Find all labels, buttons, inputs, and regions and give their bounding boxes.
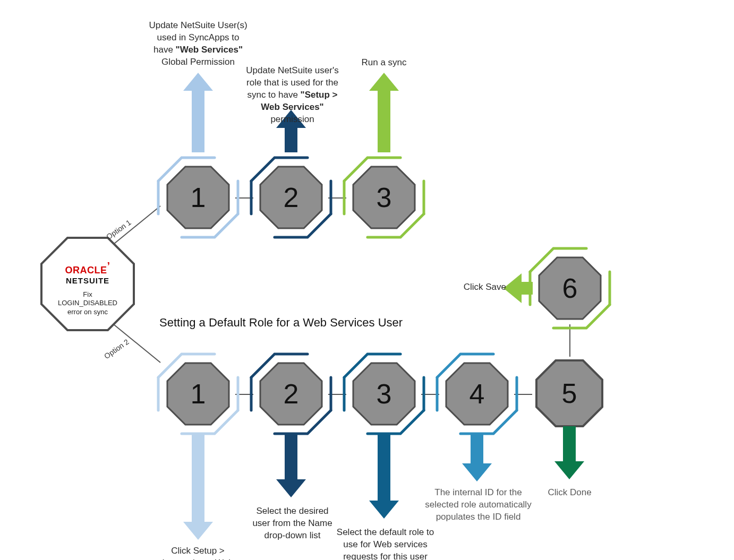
start-connectors xyxy=(0,0,734,560)
svg-text:3: 3 xyxy=(377,182,392,213)
arrow-down-icon xyxy=(368,434,400,521)
opt1-step-3: 3 xyxy=(344,158,424,237)
opt2-step-1: 1 xyxy=(158,354,238,434)
svg-line-1 xyxy=(114,206,160,244)
svg-text:2: 2 xyxy=(284,378,299,409)
svg-text:5: 5 xyxy=(562,378,577,409)
opt2-step-1-caption: Click Setup > Integration > Web Services… xyxy=(149,545,247,560)
opt1-step-1-caption: Update NetSuite User(s) used in SyncApps… xyxy=(148,20,249,68)
arrow-down-icon xyxy=(182,434,214,542)
opt2-step-4: 4 xyxy=(437,354,517,434)
svg-marker-29 xyxy=(503,273,533,303)
opt2-step-2: 2 xyxy=(251,354,331,434)
svg-line-2 xyxy=(114,325,160,363)
opt2-step-5-caption: Click Done xyxy=(531,487,608,499)
svg-marker-26 xyxy=(369,434,399,519)
opt1-step-2: 2 xyxy=(251,158,331,237)
opt1-step-2-caption: Update NetSuite user's role that is used… xyxy=(238,65,347,126)
svg-text:3: 3 xyxy=(377,378,392,409)
opt2-step-6: 6 xyxy=(530,248,610,328)
opt2-step-5: 5 xyxy=(536,360,602,426)
arrow-down-icon xyxy=(461,434,493,484)
opt2-step-3: 3 xyxy=(344,354,424,434)
svg-text:4: 4 xyxy=(470,378,485,409)
opt2-step-4-caption: The internal ID for the selected role au… xyxy=(424,487,533,523)
arrow-up-icon xyxy=(368,73,400,154)
svg-text:2: 2 xyxy=(284,182,299,213)
arrow-left-icon xyxy=(503,272,533,306)
opt1-step-3-caption: Run a sync xyxy=(349,57,419,69)
section-title: Setting a Default Role for a Web Service… xyxy=(159,316,403,330)
arrow-up-icon xyxy=(182,73,214,154)
svg-marker-9 xyxy=(183,73,213,152)
svg-marker-25 xyxy=(276,434,306,497)
diagram-canvas: ORACLE’ NETSUITE Fix LOGIN_DISABLED erro… xyxy=(0,0,734,560)
svg-marker-27 xyxy=(462,434,492,481)
opt2-step-3-caption: Select the default role to use for Web s… xyxy=(334,527,437,560)
opt1-step-1: 1 xyxy=(158,158,238,237)
opt2-step-6-caption: Click Save xyxy=(458,281,506,294)
svg-marker-28 xyxy=(554,426,584,479)
arrow-down-icon xyxy=(553,426,585,481)
svg-marker-11 xyxy=(369,73,399,152)
opt2-step-2-caption: Select the desired user from the Name dr… xyxy=(249,505,336,542)
svg-marker-24 xyxy=(183,434,213,540)
svg-text:1: 1 xyxy=(191,182,206,213)
arrow-down-icon xyxy=(275,434,307,499)
svg-text:6: 6 xyxy=(562,273,578,304)
svg-text:1: 1 xyxy=(191,378,206,409)
